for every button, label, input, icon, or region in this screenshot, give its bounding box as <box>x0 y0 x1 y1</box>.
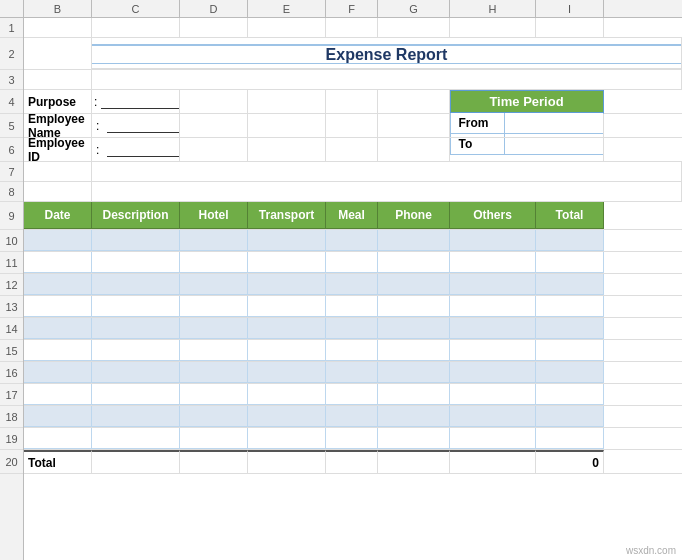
row-num-20: 20 <box>0 450 23 474</box>
col-header-i: I <box>536 0 604 17</box>
cell-i18[interactable] <box>536 406 604 427</box>
cell-b14[interactable] <box>24 318 92 339</box>
cell-b17[interactable] <box>24 384 92 405</box>
total-label: Total <box>24 450 92 473</box>
cell-d15[interactable] <box>180 340 248 361</box>
cell-b11[interactable] <box>24 252 92 273</box>
cell-f12[interactable] <box>326 274 378 295</box>
cell-h11[interactable] <box>450 252 536 273</box>
cell-d14[interactable] <box>180 318 248 339</box>
cell-c12[interactable] <box>92 274 180 295</box>
cell-e11[interactable] <box>248 252 326 273</box>
cell-f15[interactable] <box>326 340 378 361</box>
cell-d11[interactable] <box>180 252 248 273</box>
cell-i13[interactable] <box>536 296 604 317</box>
data-row-12 <box>24 274 682 296</box>
cell-g16[interactable] <box>378 362 450 383</box>
employee-id-input[interactable] <box>107 143 180 157</box>
cell-g19[interactable] <box>378 428 450 449</box>
cell-i12[interactable] <box>536 274 604 295</box>
cell-b18[interactable] <box>24 406 92 427</box>
row-num-15: 15 <box>0 340 23 362</box>
cell-c15[interactable] <box>92 340 180 361</box>
cell-g17[interactable] <box>378 384 450 405</box>
cell-e16[interactable] <box>248 362 326 383</box>
cell-c10[interactable] <box>92 230 180 251</box>
cell-c18[interactable] <box>92 406 180 427</box>
cell-rest-3 <box>92 70 682 89</box>
cell-b10[interactable] <box>24 230 92 251</box>
cell-f18[interactable] <box>326 406 378 427</box>
cell-g18[interactable] <box>378 406 450 427</box>
cell-c13[interactable] <box>92 296 180 317</box>
cell-b15[interactable] <box>24 340 92 361</box>
cell-d6 <box>180 138 248 161</box>
cell-e14[interactable] <box>248 318 326 339</box>
cell-h18[interactable] <box>450 406 536 427</box>
cell-f11[interactable] <box>326 252 378 273</box>
cell-i14[interactable] <box>536 318 604 339</box>
cell-b19[interactable] <box>24 428 92 449</box>
cell-b13[interactable] <box>24 296 92 317</box>
cell-e12[interactable] <box>248 274 326 295</box>
row-num-12: 12 <box>0 274 23 296</box>
cell-f17[interactable] <box>326 384 378 405</box>
cell-b16[interactable] <box>24 362 92 383</box>
col-headers: B C D E F G H I <box>0 0 682 18</box>
cell-c14[interactable] <box>92 318 180 339</box>
cell-g10[interactable] <box>378 230 450 251</box>
cell-d10[interactable] <box>180 230 248 251</box>
cell-f14[interactable] <box>326 318 378 339</box>
cell-c11[interactable] <box>92 252 180 273</box>
cell-f19[interactable] <box>326 428 378 449</box>
cell-f1 <box>326 18 378 37</box>
cell-d19[interactable] <box>180 428 248 449</box>
cell-e13[interactable] <box>248 296 326 317</box>
cell-i19[interactable] <box>536 428 604 449</box>
employee-id-field: : <box>92 138 180 161</box>
cell-d12[interactable] <box>180 274 248 295</box>
cell-e19[interactable] <box>248 428 326 449</box>
employee-name-input[interactable] <box>107 119 180 133</box>
cell-f13[interactable] <box>326 296 378 317</box>
cell-e18[interactable] <box>248 406 326 427</box>
cell-h15[interactable] <box>450 340 536 361</box>
cell-h13[interactable] <box>450 296 536 317</box>
cell-b8 <box>24 182 92 201</box>
cell-h19[interactable] <box>450 428 536 449</box>
cell-b12[interactable] <box>24 274 92 295</box>
cell-h12[interactable] <box>450 274 536 295</box>
cell-i11[interactable] <box>536 252 604 273</box>
body-area: 1 2 3 4 5 6 7 8 9 10 11 12 13 14 15 16 1… <box>0 18 682 560</box>
cell-i17[interactable] <box>536 384 604 405</box>
row-num-19: 19 <box>0 428 23 450</box>
cell-c19[interactable] <box>92 428 180 449</box>
cell-g11[interactable] <box>378 252 450 273</box>
cell-i10[interactable] <box>536 230 604 251</box>
cell-h17[interactable] <box>450 384 536 405</box>
cell-d16[interactable] <box>180 362 248 383</box>
cell-c16[interactable] <box>92 362 180 383</box>
cell-g12[interactable] <box>378 274 450 295</box>
purpose-field[interactable] <box>101 95 180 109</box>
cell-i16[interactable] <box>536 362 604 383</box>
cell-g6 <box>378 138 450 161</box>
cell-d13[interactable] <box>180 296 248 317</box>
cell-d18[interactable] <box>180 406 248 427</box>
cell-i1 <box>536 18 604 37</box>
cell-d17[interactable] <box>180 384 248 405</box>
data-row-17 <box>24 384 682 406</box>
cell-h14[interactable] <box>450 318 536 339</box>
cell-e15[interactable] <box>248 340 326 361</box>
cell-g13[interactable] <box>378 296 450 317</box>
cell-e17[interactable] <box>248 384 326 405</box>
cell-e10[interactable] <box>248 230 326 251</box>
cell-f10[interactable] <box>326 230 378 251</box>
cell-h16[interactable] <box>450 362 536 383</box>
cell-c17[interactable] <box>92 384 180 405</box>
cell-g14[interactable] <box>378 318 450 339</box>
cell-f16[interactable] <box>326 362 378 383</box>
cell-i15[interactable] <box>536 340 604 361</box>
cell-h10[interactable] <box>450 230 536 251</box>
cell-g15[interactable] <box>378 340 450 361</box>
